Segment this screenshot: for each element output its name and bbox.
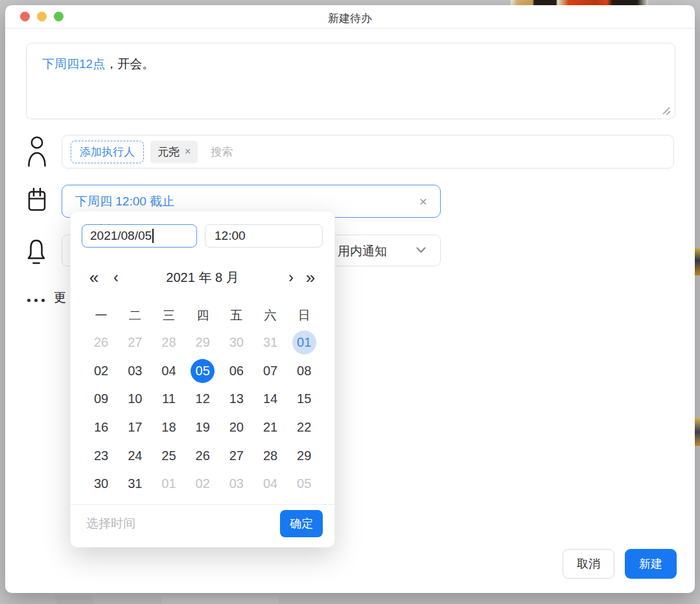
calendar-day-27[interactable]: 27	[224, 444, 248, 468]
person-icon	[27, 135, 47, 168]
assignee-search-input[interactable]: 搜索	[211, 145, 233, 159]
clear-date-icon[interactable]: ×	[419, 194, 427, 209]
next-year-button[interactable]: »	[303, 267, 318, 288]
calendar-day-12[interactable]: 12	[191, 387, 215, 411]
calendar-day-24[interactable]: 24	[123, 444, 147, 468]
weekday-label: 四	[196, 307, 209, 324]
bell-icon	[27, 237, 45, 268]
background-window-edge	[162, 596, 279, 604]
calendar-day-05[interactable]: 05	[191, 359, 215, 383]
weekday-row: 一二三四五六日	[84, 306, 321, 325]
calendar-day-06[interactable]: 06	[224, 359, 248, 383]
calendar-day-25[interactable]: 25	[157, 444, 181, 468]
create-button[interactable]: 新建	[625, 549, 677, 579]
calendar-day-03[interactable]: 03	[123, 359, 147, 383]
weekday-label: 一	[95, 307, 108, 324]
calendar-day-08[interactable]: 08	[292, 359, 316, 383]
calendar-day-26[interactable]: 26	[89, 331, 113, 354]
resize-handle-icon[interactable]	[661, 106, 671, 116]
date-field-value: 2021/08/05	[90, 229, 152, 243]
cancel-button[interactable]: 取消	[563, 549, 614, 579]
add-assignee-button[interactable]: 添加执行人	[71, 141, 144, 163]
titlebar: 新建待办	[5, 5, 695, 29]
due-date-value: 下周四 12:00 截止	[75, 193, 174, 210]
remove-assignee-icon[interactable]: ×	[185, 146, 191, 157]
calendar-day-04[interactable]: 04	[259, 472, 283, 496]
calendar-day-22[interactable]: 22	[292, 415, 316, 439]
calendar-day-03[interactable]: 03	[224, 472, 248, 496]
calendar-day-29[interactable]: 29	[191, 331, 215, 354]
ellipsis-icon	[27, 294, 45, 302]
calendar-day-02[interactable]: 02	[89, 359, 113, 383]
calendar-day-07[interactable]: 07	[259, 359, 283, 383]
next-month-button[interactable]: ›	[283, 267, 299, 288]
calendar-day-17[interactable]: 17	[123, 415, 147, 439]
create-button-label: 新建	[639, 556, 662, 572]
calendar-day-30[interactable]: 30	[89, 472, 113, 496]
calendar-day-28[interactable]: 28	[259, 444, 283, 468]
more-options-label: 更	[54, 289, 66, 306]
calendar-day-11[interactable]: 11	[157, 387, 181, 411]
todo-text-input[interactable]: 下周四12点，开会。	[26, 43, 675, 119]
calendar-day-28[interactable]: 28	[157, 331, 181, 354]
assignee-tag: 元尧 ×	[150, 141, 198, 163]
cancel-button-label: 取消	[577, 556, 600, 572]
add-assignee-label: 添加执行人	[80, 145, 135, 159]
calendar-day-15[interactable]: 15	[292, 387, 316, 411]
background-sticker	[695, 248, 700, 275]
calendar-day-31[interactable]: 31	[259, 331, 283, 354]
calendar-day-20[interactable]: 20	[224, 415, 248, 439]
todo-text-plain: ，开会。	[105, 57, 154, 71]
more-options-button[interactable]: 更	[27, 289, 66, 306]
date-field[interactable]: 2021/08/05	[82, 224, 197, 248]
confirm-button[interactable]: 确定	[280, 510, 323, 537]
calendar-icon	[27, 186, 47, 216]
calendar-day-16[interactable]: 16	[89, 415, 113, 439]
weekday-label: 三	[163, 307, 175, 324]
time-field[interactable]: 12:00	[205, 224, 323, 248]
calendar-day-31[interactable]: 31	[123, 472, 147, 496]
calendar-day-14[interactable]: 14	[259, 387, 283, 411]
calendar-day-13[interactable]: 13	[224, 387, 248, 411]
weekday-label: 日	[298, 307, 310, 324]
calendar-day-26[interactable]: 26	[191, 444, 215, 468]
dialog-title: 新建待办	[5, 11, 695, 26]
weekday-label: 二	[129, 307, 141, 324]
assignee-tag-name: 元尧	[158, 145, 180, 159]
calendar-day-19[interactable]: 19	[191, 415, 215, 439]
calendar-grid: 2627282930310102030405060708091011121314…	[84, 329, 321, 498]
time-select-input[interactable]: 选择时间	[86, 510, 135, 537]
calendar-day-04[interactable]: 04	[157, 359, 181, 383]
assignee-input[interactable]: 添加执行人 元尧 × 搜索	[62, 135, 674, 168]
text-caret	[152, 229, 154, 243]
todo-text: 下周四12点，开会。	[42, 55, 154, 73]
calendar-day-21[interactable]: 21	[259, 415, 283, 439]
confirm-button-label: 确定	[290, 516, 313, 531]
calendar-day-29[interactable]: 29	[292, 444, 316, 468]
calendar-day-09[interactable]: 09	[89, 387, 113, 411]
calendar-day-23[interactable]: 23	[89, 444, 113, 468]
calendar-day-30[interactable]: 30	[224, 331, 248, 354]
calendar-day-05[interactable]: 05	[292, 472, 316, 496]
calendar-day-10[interactable]: 10	[123, 387, 147, 411]
background-sticker	[695, 418, 700, 446]
background-window-edge	[55, 596, 93, 604]
popup-divider	[71, 504, 334, 505]
todo-text-highlight: 下周四12点	[42, 57, 105, 71]
notification-value: 用内通知	[338, 243, 387, 260]
weekday-label: 五	[230, 307, 242, 324]
weekday-label: 六	[264, 307, 277, 324]
calendar-day-01[interactable]: 01	[157, 472, 181, 496]
calendar-day-01[interactable]: 01	[292, 331, 316, 354]
calendar-day-18[interactable]: 18	[157, 415, 181, 439]
calendar-day-27[interactable]: 27	[123, 331, 147, 354]
chevron-down-icon	[416, 247, 426, 253]
date-picker-popup: 2021/08/05 12:00 « ‹ 2021 年 8 月 › » 一二三四…	[70, 211, 335, 548]
calendar-day-02[interactable]: 02	[191, 472, 215, 496]
time-field-value: 12:00	[215, 229, 246, 243]
calendar-nav: « ‹ 2021 年 8 月 › »	[71, 267, 334, 288]
